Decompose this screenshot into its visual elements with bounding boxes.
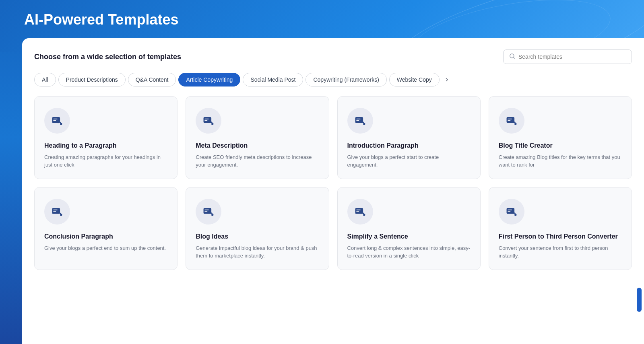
svg-rect-23 — [204, 208, 212, 214]
svg-rect-31 — [506, 208, 514, 214]
svg-point-22 — [60, 214, 62, 216]
card-desc: Creating amazing paragraphs for your hea… — [44, 153, 167, 169]
card-heading-to-paragraph[interactable]: Heading to a Paragraph Creating amazing … — [34, 96, 178, 179]
svg-rect-4 — [53, 120, 56, 121]
copywriting-icon — [354, 114, 367, 127]
svg-rect-21 — [53, 211, 56, 212]
svg-rect-24 — [204, 209, 209, 210]
card-blog-ideas[interactable]: Blog Ideas Generate impactful blog ideas… — [186, 187, 329, 270]
page-title: AI-Powered Templates — [24, 11, 178, 28]
tab-qa-content[interactable]: Q&A Content — [128, 73, 176, 87]
svg-point-5 — [60, 123, 62, 125]
svg-point-30 — [363, 214, 365, 216]
main-panel: Choose from a wide selection of template… — [22, 38, 644, 344]
card-desc: Give your blogs a perfect end to sum up … — [44, 244, 167, 252]
row-spacer — [34, 179, 632, 187]
tab-article-copywriting[interactable]: Article Copywriting — [178, 73, 240, 87]
svg-rect-28 — [356, 209, 361, 210]
copywriting-icon — [354, 205, 367, 218]
svg-rect-7 — [204, 117, 212, 123]
svg-rect-27 — [355, 208, 363, 214]
card-icon-bg — [196, 108, 221, 134]
card-desc: Create SEO friendly meta descriptions to… — [196, 153, 319, 169]
svg-rect-19 — [52, 208, 60, 214]
copywriting-icon — [505, 114, 518, 127]
card-icon-bg — [44, 199, 70, 225]
svg-rect-8 — [204, 119, 209, 119]
card-title: Meta Description — [196, 142, 319, 150]
card-desc: Give your blogs a perfect start to creat… — [347, 153, 471, 169]
svg-rect-13 — [356, 120, 359, 121]
svg-rect-20 — [53, 209, 58, 210]
tab-all[interactable]: All — [34, 73, 56, 87]
svg-rect-3 — [53, 119, 58, 119]
card-title: Conclusion Paragraph — [44, 233, 167, 241]
search-input[interactable] — [518, 54, 626, 60]
cards-row-2: Conclusion Paragraph Give your blogs a p… — [34, 187, 632, 270]
copywriting-icon — [505, 205, 518, 218]
card-title: Heading to a Paragraph — [44, 142, 167, 150]
search-box[interactable] — [503, 49, 632, 64]
panel-header: Choose from a wide selection of template… — [34, 49, 632, 64]
card-first-to-third-person[interactable]: First Person to Third Person Converter C… — [489, 187, 632, 270]
card-desc: Create amazing Blog titles for the key t… — [499, 153, 622, 169]
svg-point-26 — [211, 214, 213, 216]
card-icon-bg — [347, 108, 373, 134]
svg-point-10 — [211, 123, 213, 125]
svg-rect-33 — [508, 211, 510, 212]
card-introduction-paragraph[interactable]: Introduction Paragraph Give your blogs a… — [337, 96, 481, 179]
card-title: Introduction Paragraph — [347, 142, 471, 150]
svg-rect-17 — [508, 120, 510, 121]
card-title: Blog Title Creator — [499, 142, 622, 150]
card-title: Simplify a Sentence — [347, 233, 471, 241]
cards-row-1: Heading to a Paragraph Creating amazing … — [34, 96, 632, 179]
card-desc: Generate impactful blog ideas for your b… — [196, 244, 319, 260]
svg-rect-32 — [508, 209, 512, 210]
copywriting-icon — [202, 114, 215, 127]
card-icon-bg — [499, 199, 524, 225]
tab-copywriting-frameworks[interactable]: Copywriting (Frameworks) — [305, 73, 386, 87]
svg-rect-15 — [506, 117, 514, 123]
svg-point-18 — [514, 123, 516, 125]
card-desc: Convert long & complex sentences into si… — [347, 244, 471, 260]
tab-social-media-post[interactable]: Social Media Post — [243, 73, 303, 87]
card-icon-bg — [196, 199, 221, 225]
panel-subtitle: Choose from a wide selection of template… — [34, 53, 181, 61]
search-icon — [509, 53, 515, 60]
svg-rect-25 — [204, 211, 207, 212]
card-icon-bg — [347, 199, 373, 225]
svg-point-14 — [363, 123, 365, 125]
card-icon-bg — [44, 108, 70, 134]
card-icon-bg — [499, 108, 524, 134]
scroll-indicator[interactable] — [637, 288, 642, 312]
tab-website-copy[interactable]: Website Copy — [389, 73, 440, 87]
svg-rect-29 — [356, 211, 359, 212]
tab-more-icon[interactable] — [442, 75, 452, 84]
svg-rect-11 — [355, 117, 363, 123]
card-desc: Convert your sentence from first to thir… — [499, 244, 622, 260]
card-title: First Person to Third Person Converter — [499, 233, 622, 241]
tabs-row: All Product Descriptions Q&A Content Art… — [34, 73, 632, 87]
copywriting-icon — [51, 205, 64, 218]
card-simplify-sentence[interactable]: Simplify a Sentence Convert long & compl… — [337, 187, 481, 270]
svg-point-34 — [514, 214, 516, 216]
card-blog-title-creator[interactable]: Blog Title Creator Create amazing Blog t… — [489, 96, 632, 179]
svg-rect-16 — [508, 119, 512, 119]
card-conclusion-paragraph[interactable]: Conclusion Paragraph Give your blogs a p… — [34, 187, 178, 270]
card-title: Blog Ideas — [196, 233, 319, 241]
svg-rect-9 — [204, 120, 207, 121]
svg-line-1 — [513, 57, 514, 58]
card-meta-description[interactable]: Meta Description Create SEO friendly met… — [186, 96, 329, 179]
tab-product-descriptions[interactable]: Product Descriptions — [58, 73, 126, 87]
copywriting-icon — [202, 205, 215, 218]
svg-rect-12 — [356, 119, 361, 119]
copywriting-icon — [51, 114, 64, 127]
